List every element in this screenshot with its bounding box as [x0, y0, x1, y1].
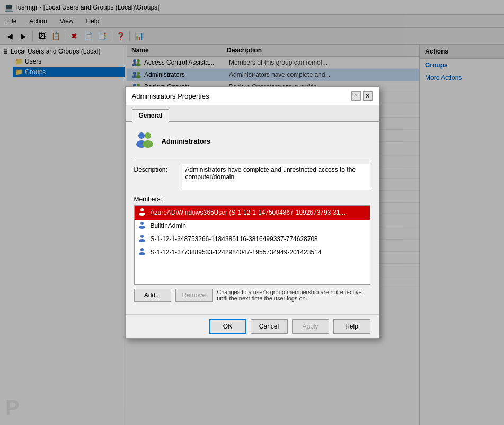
member-item-builtinadmin[interactable]: BuiltInAdmin [135, 219, 370, 232]
description-row: Description: [134, 164, 370, 190]
member-item-sid1[interactable]: S-1-12-1-348753266-1184385116-3816499337… [135, 232, 370, 245]
ok-button[interactable]: OK [209, 319, 246, 334]
btn-row: Add... Remove Changes to a user's group … [134, 289, 370, 302]
administrators-properties-dialog: Administrators Properties ? ✕ General [125, 86, 379, 339]
member-icon-azuread [138, 207, 147, 217]
member-text-sid2: S-1-12-1-3773889533-1242984047-195573494… [151, 249, 322, 256]
member-item-sid2[interactable]: S-1-12-1-3773889533-1242984047-195573494… [135, 245, 370, 259]
help-button[interactable]: Help [333, 319, 370, 334]
member-text-sid1: S-1-12-1-348753266-1184385116-3816499337… [151, 235, 318, 243]
dialog-help-button[interactable]: ? [351, 91, 361, 101]
svg-point-83 [139, 226, 145, 229]
svg-point-79 [143, 140, 153, 148]
member-text-builtinadmin: BuiltInAdmin [151, 222, 186, 229]
description-label: Description: [134, 164, 182, 173]
dialog-footer: OK Cancel Apply Help [126, 314, 379, 338]
apply-button[interactable]: Apply [292, 319, 329, 334]
member-icon-sid2 [138, 247, 147, 257]
dialog-tabs: General [126, 105, 379, 122]
members-list[interactable]: AzureAD\Windows365User (S-1-12-1-1475004… [134, 205, 370, 285]
svg-point-78 [145, 132, 151, 139]
group-header: Administrators [134, 130, 370, 157]
tab-general[interactable]: General [132, 109, 170, 122]
dialog-controls: ? ✕ [351, 91, 373, 101]
cancel-button[interactable]: Cancel [251, 319, 288, 334]
member-item-azuread[interactable]: AzureAD\Windows365User (S-1-12-1-1475004… [135, 206, 370, 219]
modal-overlay: Administrators Properties ? ✕ General [0, 0, 504, 425]
members-label: Members: [134, 196, 370, 203]
member-icon-sid1 [138, 234, 147, 244]
svg-point-82 [140, 222, 144, 225]
svg-point-80 [140, 208, 144, 211]
dialog-content: Administrators Description: Members: Azu… [126, 122, 379, 314]
member-change-note: Changes to a user's group membership are… [217, 289, 370, 302]
group-name-large: Administrators [162, 137, 210, 145]
svg-point-85 [139, 239, 145, 242]
svg-point-86 [140, 248, 144, 251]
svg-point-84 [140, 235, 144, 238]
svg-point-87 [139, 252, 145, 255]
remove-button[interactable]: Remove [175, 289, 213, 302]
group-icon-large [134, 130, 155, 152]
svg-point-76 [138, 132, 145, 139]
description-input[interactable] [182, 164, 370, 190]
add-button[interactable]: Add... [134, 289, 171, 302]
dialog-close-button[interactable]: ✕ [363, 91, 373, 101]
member-text-azuread: AzureAD\Windows365User (S-1-12-1-1475004… [151, 209, 346, 216]
svg-point-81 [139, 212, 145, 216]
dialog-titlebar: Administrators Properties ? ✕ [126, 87, 379, 105]
dialog-title: Administrators Properties [132, 92, 209, 100]
member-icon-builtinadmin [138, 220, 147, 231]
